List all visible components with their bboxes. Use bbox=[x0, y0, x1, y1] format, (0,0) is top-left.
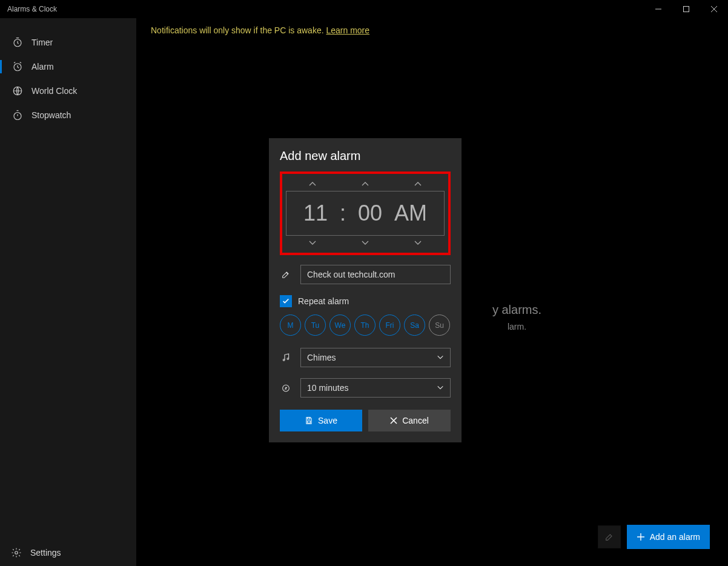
sidebar-item-timer[interactable]: Timer bbox=[0, 30, 136, 55]
maximize-button[interactable] bbox=[672, 0, 700, 18]
sidebar-item-label: Timer bbox=[31, 38, 53, 47]
edit-icon bbox=[280, 268, 292, 281]
day-m[interactable]: M bbox=[280, 315, 301, 336]
minute-value: 00 bbox=[358, 201, 382, 226]
days-row: M Tu We Th Fri Sa Su bbox=[280, 315, 451, 336]
minimize-button[interactable] bbox=[644, 0, 672, 18]
pencil-icon bbox=[604, 532, 614, 542]
timer-icon bbox=[12, 37, 23, 48]
add-alarm-button[interactable]: Add an alarm bbox=[627, 525, 710, 549]
repeat-checkbox[interactable] bbox=[280, 295, 292, 307]
sound-value: Chimes bbox=[307, 353, 336, 362]
nav: Timer Alarm World Clock Stopwatch bbox=[0, 18, 136, 127]
save-label: Save bbox=[318, 416, 337, 425]
repeat-label: Repeat alarm bbox=[298, 296, 349, 306]
period-value: AM bbox=[394, 201, 427, 226]
time-picker-highlight: 11 : 00 AM bbox=[280, 171, 451, 255]
period-down-button[interactable] bbox=[392, 236, 444, 250]
close-button[interactable] bbox=[700, 0, 728, 18]
time-separator: : bbox=[340, 201, 346, 226]
cancel-label: Cancel bbox=[402, 416, 429, 425]
learn-more-link[interactable]: Learn more bbox=[326, 25, 369, 35]
alarm-name-row bbox=[280, 265, 451, 284]
day-th[interactable]: Th bbox=[354, 315, 376, 336]
sidebar-item-alarm[interactable]: Alarm bbox=[0, 55, 136, 79]
sidebar-item-settings[interactable]: Settings bbox=[0, 539, 136, 566]
minute-up-button[interactable] bbox=[339, 176, 391, 191]
titlebar: Alarms & Clock bbox=[0, 0, 728, 18]
repeat-row: Repeat alarm bbox=[280, 295, 451, 307]
hour-value: 11 bbox=[303, 201, 328, 226]
snooze-select[interactable]: 10 minutes bbox=[300, 378, 451, 398]
bottom-actions: Add an alarm bbox=[598, 525, 710, 549]
svg-rect-9 bbox=[308, 418, 310, 419]
minute-down-button[interactable] bbox=[339, 236, 391, 250]
add-alarm-dialog: Add new alarm 11 : 00 AM bbox=[269, 138, 462, 442]
sidebar-item-label: Stopwatch bbox=[31, 110, 71, 120]
save-icon bbox=[305, 416, 313, 425]
save-button[interactable]: Save bbox=[280, 410, 362, 431]
snooze-row: 10 minutes bbox=[280, 378, 451, 398]
snooze-value: 10 minutes bbox=[307, 383, 348, 393]
music-note-icon bbox=[280, 351, 292, 364]
dialog-title: Add new alarm bbox=[280, 149, 451, 163]
app-title: Alarms & Clock bbox=[7, 5, 57, 13]
hour-up-button[interactable] bbox=[286, 176, 338, 191]
close-icon bbox=[390, 417, 397, 424]
window-controls bbox=[644, 0, 728, 18]
add-alarm-label: Add an alarm bbox=[650, 532, 700, 542]
sidebar-item-world-clock[interactable]: World Clock bbox=[0, 79, 136, 103]
day-su[interactable]: Su bbox=[429, 315, 450, 336]
svg-rect-10 bbox=[308, 421, 311, 424]
period-up-button[interactable] bbox=[392, 176, 444, 191]
stopwatch-icon bbox=[12, 110, 23, 121]
time-display[interactable]: 11 : 00 AM bbox=[286, 191, 445, 236]
globe-icon bbox=[12, 85, 23, 96]
day-we[interactable]: We bbox=[329, 315, 351, 336]
alarm-icon bbox=[12, 61, 23, 72]
svg-point-6 bbox=[283, 359, 285, 361]
banner-text: Notifications will only show if the PC i… bbox=[151, 25, 326, 35]
plus-icon bbox=[637, 533, 645, 541]
cancel-button[interactable]: Cancel bbox=[368, 410, 451, 431]
sidebar: Timer Alarm World Clock Stopwatch bbox=[0, 18, 136, 566]
main-area: Notifications will only show if the PC i… bbox=[136, 18, 728, 566]
svg-point-7 bbox=[287, 358, 289, 360]
day-fr[interactable]: Fri bbox=[379, 315, 400, 336]
sidebar-item-label: Alarm bbox=[31, 62, 54, 72]
day-sa[interactable]: Sa bbox=[404, 315, 425, 336]
dialog-buttons: Save Cancel bbox=[280, 410, 451, 431]
sound-row: Chimes bbox=[280, 348, 451, 367]
alarm-name-input[interactable] bbox=[300, 265, 451, 284]
sidebar-item-stopwatch[interactable]: Stopwatch bbox=[0, 103, 136, 127]
svg-point-5 bbox=[15, 551, 18, 554]
time-picker: 11 : 00 AM bbox=[286, 176, 445, 250]
chevron-down-icon bbox=[437, 355, 444, 361]
chevron-down-icon bbox=[437, 385, 444, 391]
gear-icon bbox=[11, 547, 22, 558]
settings-label: Settings bbox=[30, 548, 61, 558]
snooze-icon bbox=[280, 382, 292, 394]
notification-banner: Notifications will only show if the PC i… bbox=[136, 18, 728, 42]
sound-select[interactable]: Chimes bbox=[300, 348, 451, 367]
hour-down-button[interactable] bbox=[286, 236, 338, 250]
day-tu[interactable]: Tu bbox=[305, 315, 326, 336]
svg-rect-0 bbox=[684, 7, 689, 12]
edit-alarms-button[interactable] bbox=[598, 525, 621, 548]
sidebar-item-label: World Clock bbox=[31, 86, 77, 96]
